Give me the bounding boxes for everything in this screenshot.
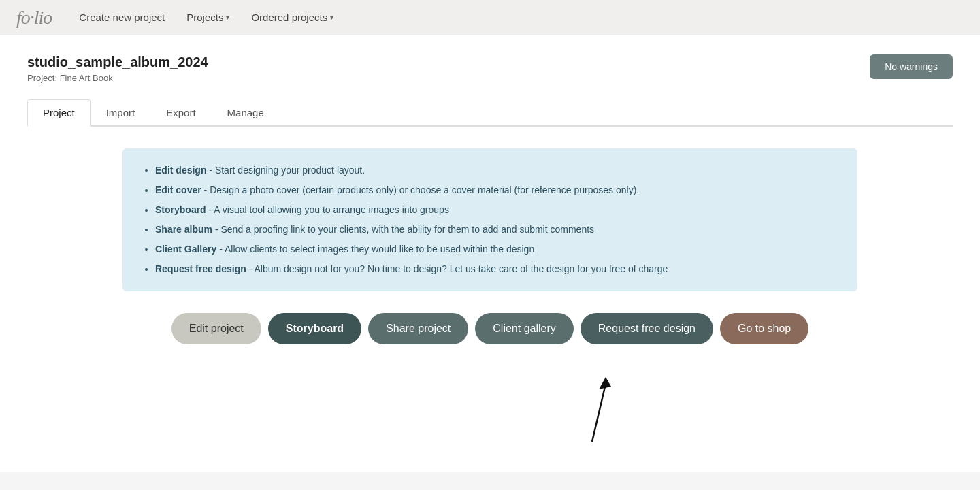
info-list: Edit design - Start designing your produ… <box>143 163 837 276</box>
info-bold-edit-design: Edit design <box>155 165 206 176</box>
info-item-storyboard: Storyboard - A visual tool allowing you … <box>155 203 837 217</box>
tab-import[interactable]: Import <box>91 99 151 125</box>
info-bold-storyboard: Storyboard <box>155 204 206 215</box>
svg-marker-1 <box>599 377 611 389</box>
tab-project[interactable]: Project <box>27 99 91 127</box>
logo: fo·lio <box>16 7 52 29</box>
action-buttons: Edit project Storyboard Share project Cl… <box>27 313 953 344</box>
edit-project-button[interactable]: Edit project <box>172 313 261 344</box>
info-item-share-album: Share album - Send a proofing link to yo… <box>155 223 837 237</box>
info-bold-edit-cover: Edit cover <box>155 184 201 195</box>
no-warnings-button[interactable]: No warnings <box>870 54 953 79</box>
info-item-client-gallery: Client Gallery - Allow clients to select… <box>155 242 837 257</box>
share-project-button[interactable]: Share project <box>368 313 468 344</box>
info-bold-share-album: Share album <box>155 224 212 235</box>
client-gallery-button[interactable]: Client gallery <box>475 313 573 344</box>
tab-manage[interactable]: Manage <box>212 99 280 125</box>
svg-line-0 <box>592 384 606 442</box>
project-info: studio_sample_album_2024 Project: Fine A… <box>27 54 208 83</box>
ordered-projects-dropdown[interactable]: Ordered projects ▾ <box>251 12 333 23</box>
projects-dropdown[interactable]: Projects ▾ <box>186 12 229 23</box>
tabs: Project Import Export Manage <box>27 99 953 127</box>
go-to-shop-button[interactable]: Go to shop <box>720 313 808 344</box>
project-title: studio_sample_album_2024 <box>27 54 208 70</box>
info-bold-client-gallery: Client Gallery <box>155 244 216 255</box>
arrow-annotation <box>218 370 953 445</box>
info-box: Edit design - Start designing your produ… <box>122 148 858 291</box>
info-item-edit-design: Edit design - Start designing your produ… <box>155 163 837 178</box>
create-new-project-link[interactable]: Create new project <box>79 12 165 23</box>
storyboard-button[interactable]: Storyboard <box>268 313 361 344</box>
tab-export[interactable]: Export <box>150 99 211 125</box>
info-item-request-free-design: Request free design - Album design not f… <box>155 262 837 276</box>
info-item-edit-cover: Edit cover - Design a photo cover (certa… <box>155 183 837 197</box>
ordered-projects-dropdown-arrow: ▾ <box>330 14 333 21</box>
arrow-svg <box>551 370 619 445</box>
navbar: fo·lio Create new project Projects ▾ Ord… <box>0 0 980 35</box>
main-content: studio_sample_album_2024 Project: Fine A… <box>0 35 980 472</box>
projects-dropdown-arrow: ▾ <box>226 14 229 21</box>
info-bold-request-free-design: Request free design <box>155 263 246 274</box>
request-free-design-button[interactable]: Request free design <box>581 313 713 344</box>
project-subtitle: Project: Fine Art Book <box>27 73 208 83</box>
project-header: studio_sample_album_2024 Project: Fine A… <box>27 54 953 83</box>
